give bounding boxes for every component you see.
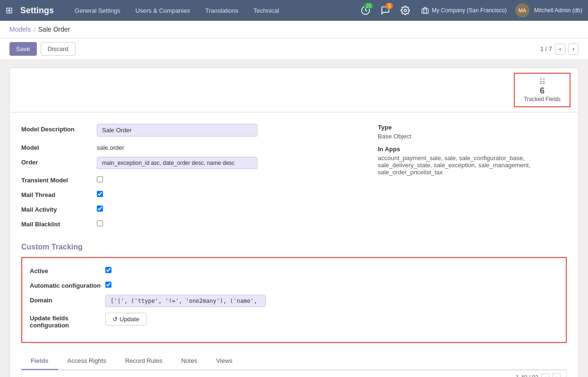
top-navigation: ⊞ Settings General Settings Users & Comp… [0, 0, 588, 21]
auto-config-label: Automatic configuration [30, 280, 105, 289]
tabs-container: Fields Access Rights Record Rules Notes … [21, 352, 567, 370]
tab-views[interactable]: Views [207, 352, 242, 370]
message-badge: 5 [385, 3, 393, 9]
nav-users-companies[interactable]: Users & Companies [130, 7, 196, 14]
app-title: Settings [20, 6, 54, 16]
update-icon: ↺ [112, 316, 118, 323]
table-pagination: 1-40 / 92 ‹ › [22, 370, 566, 377]
user-avatar[interactable]: MA [515, 3, 529, 17]
model-label: Model [21, 142, 97, 151]
nav-technical[interactable]: Technical [248, 7, 285, 14]
active-checkbox[interactable] [105, 267, 111, 273]
mail-blacklist-label: Mail Blacklist [21, 219, 97, 228]
table-prev-page-button[interactable]: ‹ [541, 373, 550, 377]
breadcrumb-current: Sale Order [38, 26, 70, 33]
type-value: Base Object [378, 133, 567, 140]
table-next-page-button[interactable]: › [552, 373, 561, 377]
pagination-text: 1 / 7 [540, 45, 552, 52]
mail-thread-checkbox[interactable] [97, 191, 103, 197]
domain-input[interactable] [105, 295, 266, 307]
model-value: sale.order [97, 142, 124, 151]
breadcrumb: Models / Sale Order [0, 21, 588, 38]
mail-thread-label: Mail Thread [21, 189, 97, 198]
prev-page-button[interactable]: ‹ [555, 43, 565, 55]
model-description-input[interactable] [97, 124, 257, 137]
order-label: Order [21, 157, 97, 166]
active-label: Active [30, 266, 105, 274]
fields-table-container: 1-40 / 92 ‹ › Field Name Field Label Fie… [21, 370, 567, 377]
tab-fields[interactable]: Fields [21, 352, 58, 370]
in-apps-label: In Apps [378, 146, 567, 153]
breadcrumb-separator: / [34, 26, 35, 33]
nav-translations[interactable]: Translations [199, 7, 244, 14]
order-row: Order [21, 157, 359, 169]
tracked-fields-count: 6 [540, 86, 545, 96]
message-icon[interactable]: 5 [378, 3, 393, 18]
model-description-label: Model Description [21, 124, 97, 133]
domain-row: Domain [30, 295, 558, 307]
mail-activity-checkbox[interactable] [97, 206, 103, 212]
form-right-section: Type Base Object In Apps account_payment… [378, 124, 567, 233]
svg-point-1 [404, 9, 407, 12]
mail-blacklist-checkbox[interactable] [97, 220, 103, 226]
tab-notes[interactable]: Notes [172, 352, 207, 370]
mail-activity-label: Mail Activity [21, 204, 97, 213]
custom-tracking-box: Active Automatic configuration Domain Up… [21, 257, 567, 343]
activity-icon[interactable]: 20 [358, 3, 373, 18]
mail-blacklist-row: Mail Blacklist [21, 219, 359, 228]
breadcrumb-parent[interactable]: Models [9, 26, 31, 33]
update-label: Update [119, 316, 139, 323]
activity-badge: 20 [364, 3, 373, 9]
next-page-button[interactable]: › [568, 43, 579, 55]
table-pagination-text: 1-40 / 92 [516, 374, 538, 377]
tracked-fields-icon: ☷ [539, 77, 545, 85]
type-label: Type [378, 124, 567, 131]
transient-model-row: Transient Model [21, 175, 359, 184]
settings-icon[interactable] [398, 3, 413, 18]
update-fields-label: Update fields configuration [30, 313, 105, 329]
pagination: 1 / 7 ‹ › [540, 43, 579, 55]
model-description-row: Model Description [21, 124, 359, 137]
app-grid-icon[interactable]: ⊞ [6, 5, 13, 16]
company-info[interactable]: My Company (San Francisco) [421, 7, 507, 14]
form-card: Model Description Model sale.order Order… [9, 112, 579, 377]
order-input[interactable] [97, 157, 257, 169]
svg-rect-2 [422, 9, 428, 13]
auto-config-row: Automatic configuration [30, 280, 558, 289]
tracked-fields-container: ☷ 6 Tracked Fields [9, 68, 579, 112]
transient-model-checkbox[interactable] [97, 176, 103, 182]
update-button[interactable]: ↺ Update [105, 313, 146, 326]
save-button[interactable]: Save [9, 42, 37, 56]
model-row: Model sale.order [21, 142, 359, 151]
auto-config-checkbox[interactable] [105, 282, 111, 288]
in-apps-value: account_payment_sale, sale, sale_configu… [378, 154, 567, 176]
content-area: ☷ 6 Tracked Fields Model Description Mod… [0, 60, 588, 377]
tab-record-rules[interactable]: Record Rules [116, 352, 172, 370]
toolbar: Save Discard 1 / 7 ‹ › [0, 38, 588, 60]
company-name: My Company (San Francisco) [432, 7, 507, 14]
custom-tracking-title: Custom Tracking [21, 243, 567, 251]
mail-activity-row: Mail Activity [21, 204, 359, 213]
mail-thread-row: Mail Thread [21, 189, 359, 198]
nav-general-settings[interactable]: General Settings [69, 7, 126, 14]
user-name: Mitchell Admin (db) [534, 7, 582, 14]
tracked-fields-button[interactable]: ☷ 6 Tracked Fields [514, 73, 571, 107]
active-row: Active [30, 266, 558, 274]
tab-access-rights[interactable]: Access Rights [58, 352, 116, 370]
tracked-fields-label: Tracked Fields [524, 96, 561, 103]
transient-model-label: Transient Model [21, 175, 97, 184]
discard-button[interactable]: Discard [41, 42, 76, 56]
update-fields-row: Update fields configuration ↺ Update [30, 313, 558, 329]
domain-label: Domain [30, 295, 105, 304]
